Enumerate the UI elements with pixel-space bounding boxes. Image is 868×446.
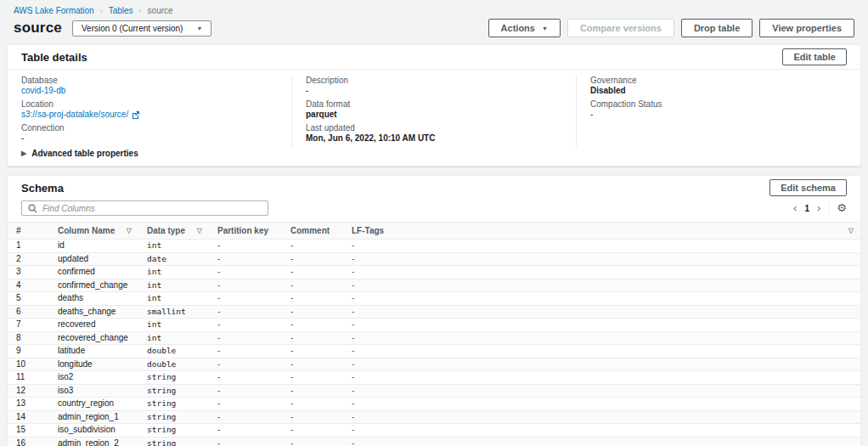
column-name-cell: latitude <box>49 345 138 358</box>
comment-cell: - <box>282 266 343 279</box>
table-row[interactable]: 11 iso2 string - - - <box>8 371 860 385</box>
sort-icon[interactable]: ▽ <box>127 227 132 234</box>
row-number-cell: 10 <box>8 358 49 371</box>
schema-table: # Column Name▽ Data type▽ Partition key … <box>8 222 860 446</box>
details-column-2: Description - Data format parquet Last u… <box>291 76 576 147</box>
location-link[interactable]: s3://sa-proj-datalake/source/ <box>21 109 140 120</box>
current-page-number[interactable]: 1 <box>804 204 809 213</box>
advanced-table-properties-expander[interactable]: ▶ Advanced table properties <box>8 147 860 166</box>
data-type-cell: string <box>138 371 209 385</box>
row-number-cell: 7 <box>8 319 49 332</box>
column-header-lf-tags: LF-Tags▽ <box>343 223 860 240</box>
view-properties-label: View properties <box>772 23 842 33</box>
row-number-cell: 14 <box>8 410 49 424</box>
field-label: Compaction Status <box>590 99 847 109</box>
data-type-cell: smallint <box>138 305 209 319</box>
pagination-divider <box>828 202 829 214</box>
lf-tags-cell: - <box>343 345 860 358</box>
find-columns-search[interactable] <box>21 200 268 216</box>
column-header-partition-key: Partition key <box>209 223 282 240</box>
sort-icon[interactable]: ▽ <box>197 227 202 234</box>
table-row[interactable]: 3 confirmed int - - - <box>8 266 860 279</box>
actions-button-label: Actions <box>501 23 535 33</box>
details-column-3: Governance Disabled Compaction Status - <box>576 76 860 147</box>
table-row[interactable]: 7 recovered int - - - <box>8 319 860 332</box>
lf-tags-cell: - <box>343 266 860 279</box>
row-number-cell: 3 <box>8 266 49 279</box>
actions-button[interactable]: Actions ▼ <box>488 19 561 37</box>
compare-versions-button[interactable]: Compare versions <box>567 19 674 37</box>
field-label: Connection <box>21 123 278 133</box>
table-row[interactable]: 8 recovered_change int - - - <box>8 331 860 345</box>
field-database: Database covid-19-db <box>21 76 278 96</box>
breadcrumb-separator-icon: › <box>100 7 103 15</box>
lf-tags-cell: - <box>343 240 860 253</box>
last-updated-value: Mon, Jun 6, 2022, 10:10 AM UTC <box>306 133 562 144</box>
edit-schema-label: Edit schema <box>781 183 836 193</box>
drop-table-button[interactable]: Drop table <box>681 19 752 37</box>
table-row[interactable]: 9 latitude double - - - <box>8 345 860 358</box>
table-row[interactable]: 12 iso3 string - - - <box>8 384 860 398</box>
partition-key-cell: - <box>209 358 282 371</box>
previous-page-icon[interactable]: ‹ <box>793 204 797 212</box>
row-number-cell: 11 <box>8 371 49 385</box>
table-row[interactable]: 13 country_region string - - - <box>8 398 860 411</box>
field-label: Governance <box>590 76 847 85</box>
description-value: - <box>306 85 562 96</box>
data-type-cell: double <box>138 358 209 371</box>
data-type-cell: int <box>138 292 209 306</box>
schema-toolbar: ‹ 1 › ⚙ <box>8 200 860 222</box>
table-row[interactable]: 6 deaths_change smallint - - - <box>8 305 860 319</box>
connection-value: - <box>21 133 278 144</box>
column-name-cell: confirmed_change <box>49 279 138 292</box>
breadcrumb-link-tables[interactable]: Tables <box>109 6 133 15</box>
table-row[interactable]: 14 admin_region_1 string - - - <box>8 410 860 424</box>
row-number-cell: 1 <box>8 240 49 253</box>
schema-table-body: 1 id int - - - 2 updated date - - - 3 co… <box>8 240 860 446</box>
comment-cell: - <box>282 410 343 424</box>
edit-schema-button[interactable]: Edit schema <box>769 179 847 196</box>
table-row[interactable]: 16 admin_region_2 string - - - <box>8 437 860 446</box>
table-row[interactable]: 10 longitude double - - - <box>8 358 860 371</box>
lf-tags-cell: - <box>343 384 860 398</box>
schema-title: Schema <box>21 182 64 195</box>
data-type-cell: int <box>138 279 209 292</box>
table-row[interactable]: 5 deaths int - - - <box>8 292 860 306</box>
field-compaction-status: Compaction Status - <box>590 99 847 120</box>
table-row[interactable]: 4 confirmed_change int - - - <box>8 279 860 292</box>
comment-cell: - <box>282 398 343 411</box>
row-number-cell: 8 <box>8 331 49 345</box>
edit-table-button[interactable]: Edit table <box>782 48 847 65</box>
row-number-cell: 9 <box>8 345 49 358</box>
breadcrumb-link-lake-formation[interactable]: AWS Lake Formation <box>14 6 94 15</box>
partition-key-cell: - <box>209 345 282 358</box>
table-row[interactable]: 2 updated date - - - <box>8 252 860 266</box>
lf-tags-cell: - <box>343 410 860 424</box>
database-link[interactable]: covid-19-db <box>21 85 65 96</box>
data-format-value: parquet <box>306 109 562 120</box>
row-number-cell: 5 <box>8 292 49 306</box>
gear-icon[interactable]: ⚙ <box>837 203 847 213</box>
search-icon <box>28 204 37 213</box>
column-header-column-name[interactable]: Column Name▽ <box>49 223 138 240</box>
filter-icon[interactable]: ▽ <box>848 227 854 234</box>
view-properties-button[interactable]: View properties <box>759 19 854 37</box>
breadcrumb: AWS Lake Formation › Tables › source <box>0 0 868 15</box>
comment-cell: - <box>282 371 343 385</box>
partition-key-cell: - <box>209 292 282 306</box>
version-dropdown[interactable]: Version 0 (Current version) ▼ <box>72 20 211 37</box>
data-type-cell: int <box>138 240 209 253</box>
comment-cell: - <box>282 292 343 306</box>
breadcrumb-current: source <box>148 6 173 15</box>
location-url: s3://sa-proj-datalake/source/ <box>21 109 128 120</box>
comment-cell: - <box>282 279 343 292</box>
column-name-cell: deaths_change <box>49 305 138 319</box>
next-page-icon[interactable]: › <box>817 204 820 212</box>
comment-cell: - <box>282 331 343 345</box>
search-input[interactable] <box>42 204 262 213</box>
partition-key-cell: - <box>209 410 282 424</box>
table-row[interactable]: 15 iso_subdivision string - - - <box>8 424 860 438</box>
expander-arrow-icon: ▶ <box>21 150 26 157</box>
column-header-data-type[interactable]: Data type▽ <box>138 223 209 240</box>
table-row[interactable]: 1 id int - - - <box>8 240 860 253</box>
